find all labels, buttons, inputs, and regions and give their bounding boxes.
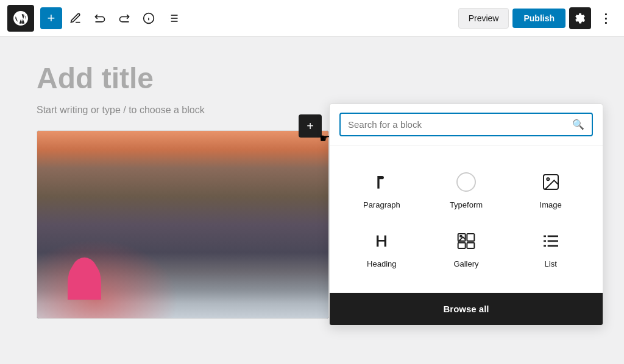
svg-rect-17 [544,240,546,242]
svg-rect-12 [458,243,466,248]
block-label-typeform: Typeform [450,200,483,209]
svg-point-14 [460,236,462,237]
svg-rect-20 [547,245,558,247]
main-area: Add title Start writing or type / to cho… [0,37,624,364]
publish-button[interactable]: Publish [512,9,566,28]
edit-mode-button[interactable] [65,7,87,29]
search-box: 🔍 [330,104,603,145]
block-item-gallery[interactable]: Gallery [424,219,509,278]
block-item-heading[interactable]: Heading [339,219,424,278]
info-button[interactable] [138,7,160,29]
more-options-button[interactable]: ⋮ [595,7,617,29]
block-label-image: Image [540,200,562,209]
block-label-paragraph: Paragraph [363,200,400,209]
heading-icon [369,229,394,253]
undo-button[interactable] [89,7,111,29]
inline-add-block-button[interactable]: + [299,114,322,138]
block-item-list[interactable]: List [508,219,593,278]
block-inserter-popup: 🔍 Paragraph Typeform [329,103,603,326]
paragraph-icon [369,170,394,194]
browse-all-button[interactable]: Browse all [330,293,603,325]
topbar: + Preview Publish ⋮ [0,0,624,37]
svg-rect-15 [544,236,546,237]
gallery-icon [454,229,478,253]
add-block-button[interactable]: + [40,7,62,29]
image-block[interactable] [37,130,329,319]
typeform-icon [454,170,478,194]
svg-rect-13 [467,243,474,248]
page-title[interactable]: Add title [37,61,587,96]
svg-point-9 [547,178,549,180]
list-icon [539,229,563,253]
list-view-button[interactable] [162,7,184,29]
block-item-typeform[interactable]: Typeform [424,160,509,219]
preview-button[interactable]: Preview [458,8,509,29]
topbar-left: + [7,5,184,32]
redo-button[interactable] [113,7,135,29]
search-input-wrap: 🔍 [339,113,593,136]
svg-rect-19 [544,245,546,247]
image-icon [539,170,563,194]
block-label-list: List [545,259,557,268]
block-item-image[interactable]: Image [508,160,593,219]
blocks-grid: Paragraph Typeform Image H [330,145,603,293]
svg-rect-16 [547,236,558,237]
settings-button[interactable] [569,7,591,29]
block-label-heading: Heading [367,259,396,268]
wp-logo-button[interactable] [7,5,34,32]
svg-rect-11 [467,234,474,241]
search-input[interactable] [348,119,567,130]
search-icon: 🔍 [572,119,584,130]
block-item-paragraph[interactable]: Paragraph [339,160,424,219]
svg-rect-18 [547,240,558,242]
topbar-right: Preview Publish ⋮ [458,7,617,29]
block-label-gallery: Gallery [453,259,478,268]
mountain-image [37,131,328,318]
